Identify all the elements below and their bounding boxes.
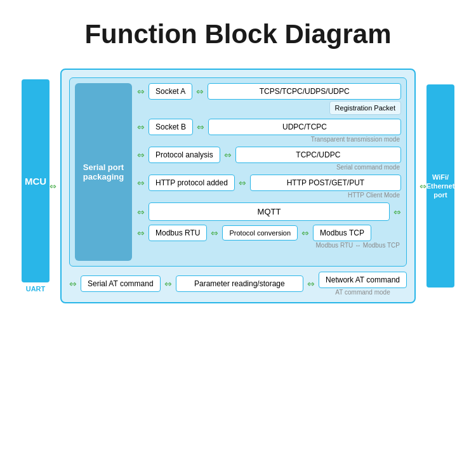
uart-label: UART [26,285,46,293]
arrow-protocol-right: ⇔ [224,150,232,160]
socket-b-block: Socket B [149,119,193,135]
arrow-socket-b-right: ⇔ [197,122,204,132]
bottom-section: ⇔ Serial AT command ⇔ Parameter reading/… [69,272,407,296]
mcu-block: MCU UART [22,79,50,293]
http-row: ⇔ HTTP protocol added ⇔ HTTP POST/GET/PU… [137,175,401,191]
http-right-block: HTTP POST/GET/PUT [250,175,401,191]
mcu-arrow: ⇔ [50,182,56,191]
arrow-http: ⇔ [137,178,145,188]
arrow-network-at: ⇔ [307,279,315,289]
mqtt-row: ⇔ MQTT ⇔ [137,202,401,221]
protocol-group: ⇔ Protocol analysis ⇔ TCPC/UDPC Serial c… [137,147,401,171]
socket-b-group: ⇔ Socket B ⇔ UDPC/TCPC Transparent trans… [137,119,401,143]
page-title: Function Block Diagram [0,0,476,62]
serial-port-block: Serial port packaging [75,83,132,261]
arrow-modbus: ⇔ [137,228,145,238]
socket-a-row: ⇔ Socket A ⇔ TCPS/TCPC/UDPS/UDPC [137,83,401,100]
socket-b-right-block: UDPC/TCPC [208,119,401,135]
arrow-mqtt-right: ⇔ [393,207,401,217]
socket-a-group: ⇔ Socket A ⇔ TCPS/TCPC/UDPS/UDPC Registr… [137,83,401,115]
registration-packet: Registration Packet [329,101,401,115]
wifi-block: WiFi/ Ethernet port [426,84,454,288]
protocol-mode: Serial command mode [137,164,401,171]
at-mode-label: AT command mode [335,289,390,296]
network-at-group: Network AT command AT command mode [319,272,407,296]
wifi-rect: WiFi/ Ethernet port [426,84,454,288]
protocol-row: ⇔ Protocol analysis ⇔ TCPC/UDPC [137,147,401,163]
socket-a-block: Socket A [149,83,192,100]
modbus-rtu-block: Modbus RTU [149,225,207,241]
mqtt-block: MQTT [149,202,390,221]
mcu-rect: MCU [22,79,50,282]
inner-top-section: Serial port packaging ⇔ Socket A ⇔ TCPS/… [69,77,407,267]
arrow-serial-at: ⇔ [69,279,77,289]
modbus-tcp-block: Modbus TCP [313,225,371,241]
arrow-mqtt: ⇔ [137,207,145,217]
socket-b-row: ⇔ Socket B ⇔ UDPC/TCPC [137,119,401,135]
arrow-protocol: ⇔ [137,150,145,160]
socket-b-mode: Transparent transmission mode [137,136,401,143]
modbus-group: ⇔ Modbus RTU ⇔ Protocol conversion ⇔ Mod… [137,225,401,249]
param-block: Parameter reading/storage [176,275,303,292]
http-group: ⇔ HTTP protocol added ⇔ HTTP POST/GET/PU… [137,175,401,199]
serial-at-block: Serial AT command [81,275,161,292]
protocol-block: Protocol analysis [149,147,220,163]
arrow-socket-b: ⇔ [137,122,145,132]
network-at-block: Network AT command [319,272,407,288]
socket-a-right-block: TCPS/TCPC/UDPS/UDPC [208,83,401,100]
arrow-param: ⇔ [164,279,172,289]
rows-section: ⇔ Socket A ⇔ TCPS/TCPC/UDPS/UDPC Registr… [137,83,401,261]
protocol-right-block: TCPC/UDPC [235,147,401,163]
http-mode: HTTP Client Mode [137,192,401,199]
arrow-socket-a-right: ⇔ [196,86,204,96]
protocol-conversion-block: Protocol conversion [222,225,298,241]
arrow-modbus-mid: ⇔ [211,228,218,238]
arrow-http-right: ⇔ [239,178,246,188]
modbus-row: ⇔ Modbus RTU ⇔ Protocol conversion ⇔ Mod… [137,225,401,241]
wifi-arrow: ⇔ [420,182,426,191]
modbus-mode: Modbus RTU ↔ Modbus TCP [137,242,401,249]
arrow-socket-a: ⇔ [137,86,145,96]
outer-box: Serial port packaging ⇔ Socket A ⇔ TCPS/… [60,69,416,303]
arrow-modbus-right: ⇔ [301,228,309,238]
http-block: HTTP protocol added [149,175,235,191]
